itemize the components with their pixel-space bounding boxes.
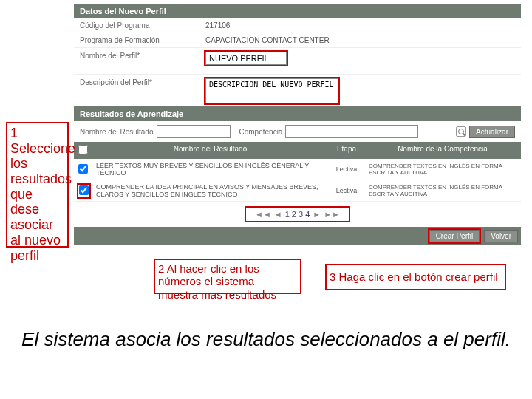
actualizar-button[interactable]: Actualizar — [469, 126, 515, 138]
cell-comp: COMPRENDER TEXTOS EN INGLÉS EN FORMA ESC… — [369, 184, 516, 197]
label-nombre-resultado: Nombre del Resultado — [80, 128, 154, 136]
row-programa: Programa de Formación CAPACITACION CONTA… — [74, 33, 521, 48]
cell-etapa: Lectiva — [324, 187, 369, 194]
footer-buttons: Crear Perfil Volver — [74, 227, 521, 245]
row-codigo: Código del Programa 217106 — [74, 18, 521, 33]
callout-1: 1 Seleccione los resultados que dese aso… — [6, 122, 69, 248]
cell-etapa: Lectiva — [324, 166, 369, 173]
label-nombre: Nombre del Perfil* — [80, 52, 205, 60]
checkbox-select-all[interactable] — [78, 145, 88, 154]
cell-nombre: LEER TEXTOS MUY BREVES Y SENCILLOS EN IN… — [96, 162, 324, 177]
label-descripcion: Descripción del Perfil* — [80, 78, 205, 86]
row-checkbox[interactable] — [79, 185, 89, 195]
th-competencia: Nombre de la Competencia — [369, 145, 516, 156]
row-descripcion: Descripción del Perfil* — [74, 75, 521, 106]
th-etapa: Etapa — [324, 145, 369, 156]
callout-3: 3 Haga clic en el botón crear perfil — [325, 264, 506, 290]
app-panel: Datos del Nuevo Perfil Código del Progra… — [74, 4, 521, 245]
table-row: LEER TEXTOS MUY BREVES Y SENCILLOS EN IN… — [74, 159, 521, 180]
table-header: Nombre del Resultado Etapa Nombre de la … — [74, 142, 521, 159]
input-nombre-resultado[interactable] — [157, 125, 231, 138]
volver-button[interactable]: Volver — [484, 230, 518, 242]
callout-2: 2 Al hacer clic en los números el sistem… — [154, 259, 301, 294]
table-row: COMPRENDER LA IDEA PRINCIPAL EN AVISOS Y… — [74, 180, 521, 202]
pager-first-icon[interactable]: ◄◄ — [255, 210, 271, 219]
textarea-descripcion[interactable] — [205, 78, 338, 103]
input-nombre-perfil[interactable] — [205, 52, 287, 65]
cell-nombre: COMPRENDER LA IDEA PRINCIPAL EN AVISOS Y… — [96, 183, 324, 198]
row-checkbox[interactable] — [78, 164, 88, 174]
section-datos-header: Datos del Nuevo Perfil — [74, 4, 521, 18]
search-row: Nombre del Resultado Competencia Actuali… — [74, 121, 521, 142]
input-competencia[interactable] — [285, 125, 418, 138]
pager-next-icon[interactable]: ► — [313, 210, 321, 219]
cell-comp: COMPRENDER TEXTOS EN INGLÉS EN FORMA ESC… — [369, 163, 516, 176]
label-competencia: Competencia — [239, 128, 283, 136]
row-nombre: Nombre del Perfil* — [74, 48, 521, 75]
search-icon[interactable] — [456, 126, 466, 137]
th-nombre: Nombre del Resultado — [96, 145, 324, 156]
pager-prev-icon[interactable]: ◄ — [274, 210, 282, 219]
pager: ◄◄ ◄ 1 2 3 4 ► ►► — [245, 206, 350, 222]
pager-pages[interactable]: 1 2 3 4 — [285, 210, 310, 219]
crear-perfil-button[interactable]: Crear Perfil — [429, 230, 480, 242]
value-codigo: 217106 — [205, 21, 230, 30]
caption-text: El sistema asocia los resultados selecci… — [0, 329, 532, 351]
section-resultados-header: Resultados de Aprendizaje — [74, 106, 521, 121]
label-codigo: Código del Programa — [80, 21, 205, 30]
pager-last-icon[interactable]: ►► — [324, 210, 340, 219]
label-programa: Programa de Formación — [80, 36, 205, 44]
pager-wrap: ◄◄ ◄ 1 2 3 4 ► ►► — [74, 202, 521, 227]
value-programa: CAPACITACION CONTACT CENTER — [205, 36, 330, 44]
